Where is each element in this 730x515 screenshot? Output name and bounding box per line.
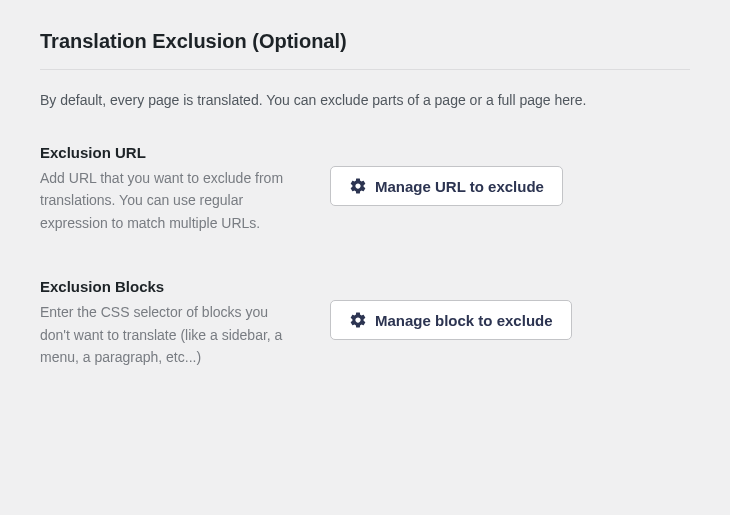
exclusion-blocks-label: Exclusion Blocks [40, 278, 300, 295]
exclusion-url-label: Exclusion URL [40, 144, 300, 161]
exclusion-blocks-action: Manage block to exclude [330, 278, 690, 340]
gear-icon [349, 177, 367, 195]
manage-blocks-button-label: Manage block to exclude [375, 312, 553, 329]
gear-icon [349, 311, 367, 329]
manage-url-button-label: Manage URL to exclude [375, 178, 544, 195]
manage-blocks-button[interactable]: Manage block to exclude [330, 300, 572, 340]
exclusion-blocks-row: Exclusion Blocks Enter the CSS selector … [40, 278, 690, 368]
exclusion-blocks-description: Enter the CSS selector of blocks you don… [40, 301, 300, 368]
exclusion-url-info: Exclusion URL Add URL that you want to e… [40, 144, 300, 234]
section-description: By default, every page is translated. Yo… [40, 92, 690, 108]
exclusion-url-description: Add URL that you want to exclude from tr… [40, 167, 300, 234]
exclusion-url-row: Exclusion URL Add URL that you want to e… [40, 144, 690, 234]
exclusion-url-action: Manage URL to exclude [330, 144, 690, 206]
exclusion-blocks-info: Exclusion Blocks Enter the CSS selector … [40, 278, 300, 368]
manage-url-button[interactable]: Manage URL to exclude [330, 166, 563, 206]
section-title: Translation Exclusion (Optional) [40, 30, 690, 70]
